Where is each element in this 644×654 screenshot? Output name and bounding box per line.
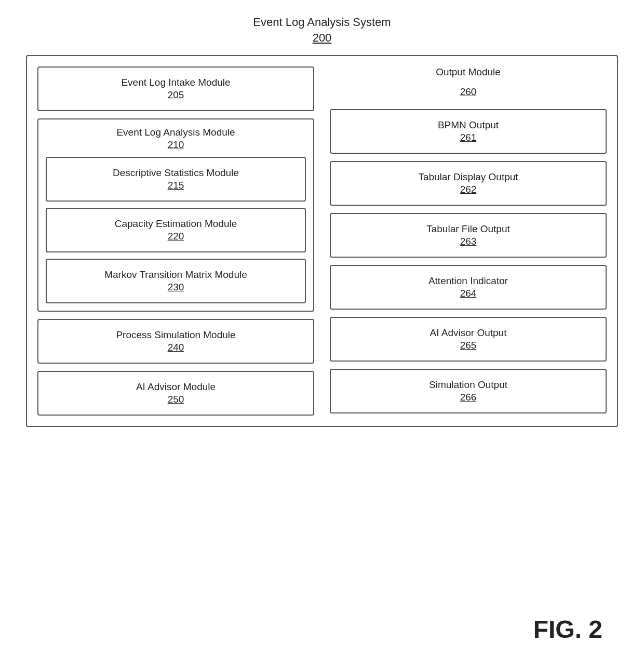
output-section-number: 260	[330, 86, 607, 98]
advisor-module-title: AI Advisor Module	[46, 381, 306, 393]
output-number-266: 266	[338, 392, 598, 403]
output-261: BPMN Output 261	[330, 109, 607, 154]
advisor-module-number: 250	[46, 394, 306, 405]
output-title-265: AI Advisor Output	[338, 327, 598, 339]
output-263: Tabular File Output 263	[330, 213, 607, 258]
sub-module-title-215: Descriptive Statistics Module	[54, 167, 298, 179]
sub-module-number-215: 215	[54, 180, 298, 191]
output-title-266: Simulation Output	[338, 379, 598, 391]
output-title-261: BPMN Output	[338, 119, 598, 131]
output-264: Attention Indicator 264	[330, 265, 607, 310]
sub-module-number-230: 230	[54, 282, 298, 293]
simulation-module-title: Process Simulation Module	[46, 329, 306, 341]
intake-module-number: 205	[46, 89, 306, 101]
simulation-module: Process Simulation Module 240	[37, 319, 314, 364]
sub-module-title-220: Capacity Estimation Module	[54, 218, 298, 230]
output-266: Simulation Output 266	[330, 369, 607, 413]
analysis-module-outer: Event Log Analysis Module 210 Descriptiv…	[37, 118, 314, 312]
output-number-264: 264	[338, 288, 598, 299]
inner-modules: Descriptive Statistics Module 215 Capaci…	[46, 157, 306, 303]
sub-module-number-220: 220	[54, 231, 298, 242]
right-column: Output Module 260 BPMN Output 261 Tabula…	[330, 66, 607, 416]
output-title-262: Tabular Display Output	[338, 171, 598, 183]
sub-module-215: Descriptive Statistics Module 215	[46, 157, 306, 202]
advisor-module: AI Advisor Module 250	[37, 371, 314, 416]
output-number-263: 263	[338, 236, 598, 247]
output-title-263: Tabular File Output	[338, 223, 598, 235]
analysis-module-number: 210	[46, 139, 306, 151]
system-number: 200	[313, 31, 332, 45]
intake-module-title: Event Log Intake Module	[46, 77, 306, 88]
outer-box: Event Log Intake Module 205 Event Log An…	[26, 55, 618, 427]
fig-label: FIG. 2	[26, 599, 618, 644]
intake-module: Event Log Intake Module 205	[37, 66, 314, 111]
output-262: Tabular Display Output 262	[330, 161, 607, 206]
output-number-262: 262	[338, 184, 598, 195]
output-section-title: Output Module	[330, 66, 607, 78]
system-title: Event Log Analysis System	[253, 16, 391, 29]
left-column: Event Log Intake Module 205 Event Log An…	[37, 66, 314, 416]
output-boxes-container: BPMN Output 261 Tabular Display Output 2…	[330, 109, 607, 413]
sub-module-220: Capacity Estimation Module 220	[46, 208, 306, 252]
output-number-261: 261	[338, 132, 598, 143]
output-title-264: Attention Indicator	[338, 275, 598, 287]
output-265: AI Advisor Output 265	[330, 317, 607, 362]
sub-module-title-230: Markov Transition Matrix Module	[54, 269, 298, 281]
page-container: Event Log Analysis System 200 Event Log …	[0, 0, 644, 654]
simulation-module-number: 240	[46, 342, 306, 353]
sub-module-230: Markov Transition Matrix Module 230	[46, 259, 306, 303]
analysis-module-title: Event Log Analysis Module	[46, 127, 306, 138]
output-number-265: 265	[338, 340, 598, 351]
